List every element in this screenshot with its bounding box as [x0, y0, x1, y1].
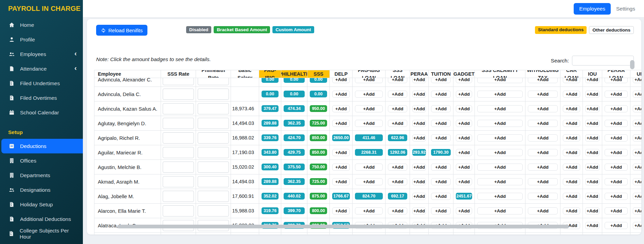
car_loan-add-button[interactable]: +Add — [563, 120, 580, 127]
philhealth-amount-badge[interactable]: 362.35 — [284, 120, 305, 127]
gadget-add-button[interactable]: +Add — [456, 178, 472, 185]
delp-add-button[interactable]: +Add — [332, 149, 350, 156]
philhealth-rate-input[interactable] — [198, 191, 229, 202]
vertical-scrollbar-thumb[interactable] — [630, 60, 634, 69]
sss_calamity_loan-add-button[interactable]: +Add — [477, 178, 523, 185]
tuition-add-button[interactable]: +Add — [431, 91, 451, 98]
peraa-add-button[interactable]: +Add — [412, 164, 426, 171]
tuition-add-button[interactable]: +Add — [431, 207, 451, 214]
philhealth-amount-badge[interactable]: 474.34 — [284, 105, 305, 112]
sss-amount-badge[interactable]: 850.00 — [310, 149, 327, 156]
philhealth-amount-badge[interactable]: 440.02 — [284, 193, 305, 200]
peraa_loan-add-button[interactable]: +Add — [605, 134, 628, 142]
un-add-button[interactable]: +Add — [633, 134, 641, 142]
sidebar-item-school-calendar[interactable]: School Calendar — [0, 105, 83, 120]
pag_ibig_loan-amount-badge[interactable]: 824.70 — [355, 193, 383, 200]
horizontal-scrollbar[interactable] — [94, 225, 638, 228]
un-add-button[interactable]: +Add — [633, 91, 641, 98]
tuition-add-button[interactable]: +Add — [431, 164, 451, 171]
pag_ibig-amount-badge[interactable]: 319.76 — [262, 207, 279, 214]
witholding_tax-add-button[interactable]: +Add — [528, 193, 558, 200]
delp-add-button[interactable]: +Add — [332, 91, 350, 98]
peraa_loan-add-button[interactable]: +Add — [605, 164, 628, 171]
un-add-button[interactable]: +Add — [633, 120, 641, 127]
gadget-amount-badge[interactable]: 2451.67 — [456, 193, 472, 200]
sss_calamity_loan-add-button[interactable]: +Add — [477, 105, 523, 112]
philhealth-rate-input[interactable] — [198, 78, 229, 85]
pag_ibig-amount-badge[interactable]: 0.00 — [262, 91, 279, 97]
sss_loan-add-button[interactable]: +Add — [388, 178, 407, 185]
sss_loan-add-button[interactable]: +Add — [388, 91, 407, 98]
gadget-add-button[interactable]: +Add — [456, 149, 472, 156]
settings-link[interactable]: Settings — [616, 6, 635, 12]
pag_ibig_loan-add-button[interactable]: +Add — [355, 207, 383, 214]
sss-rate-input[interactable] — [163, 176, 194, 187]
un-add-button[interactable]: +Add — [633, 164, 641, 171]
peraa-add-button[interactable]: +Add — [412, 178, 426, 185]
sss-rate-input[interactable] — [163, 78, 194, 85]
sss-rate-input[interactable] — [163, 205, 194, 217]
philhealth-amount-badge[interactable]: 0.00 — [284, 91, 305, 97]
sidebar-item-designations[interactable]: Designations — [0, 183, 83, 197]
sss-amount-badge[interactable]: 725.00 — [310, 178, 327, 185]
sss-rate-input[interactable] — [163, 118, 194, 129]
employees-button[interactable]: Employees — [574, 3, 611, 15]
delp-amount-badge[interactable]: 1766.67 — [332, 193, 350, 200]
car_loan-add-button[interactable]: +Add — [563, 134, 580, 142]
sss_loan-amount-badge[interactable]: 622.96 — [388, 134, 407, 141]
witholding_tax-add-button[interactable]: +Add — [528, 105, 558, 112]
sidebar-item-deductions[interactable]: Deductions — [1, 139, 83, 153]
pag_ibig-amount-badge[interactable]: 289.88 — [262, 120, 279, 127]
car_loan-add-button[interactable]: +Add — [563, 78, 580, 83]
iou-add-button[interactable]: +Add — [585, 134, 600, 142]
tuition-add-button[interactable]: +Add — [431, 134, 451, 142]
pag_ibig-amount-badge[interactable]: 339.76 — [262, 134, 279, 141]
sss-rate-input[interactable] — [163, 234, 194, 235]
witholding_tax-add-button[interactable]: +Add — [528, 178, 558, 185]
witholding_tax-add-button[interactable]: +Add — [528, 164, 558, 171]
sss-rate-input[interactable] — [163, 147, 194, 158]
peraa_loan-add-button[interactable]: +Add — [605, 120, 628, 127]
sss_calamity_loan-add-button[interactable]: +Add — [477, 207, 523, 214]
gadget-add-button[interactable]: +Add — [456, 134, 472, 142]
car_loan-add-button[interactable]: +Add — [563, 207, 580, 214]
sss_loan-amount-badge[interactable]: 692.17 — [388, 193, 407, 200]
peraa_loan-add-button[interactable]: +Add — [605, 207, 628, 214]
sidebar-item-profile[interactable]: Profile — [0, 32, 83, 47]
search-input[interactable] — [572, 56, 634, 65]
delp-add-button[interactable]: +Add — [332, 120, 350, 127]
sss-rate-input[interactable] — [163, 103, 194, 114]
peraa-add-button[interactable]: +Add — [412, 105, 426, 112]
sidebar-item-departments[interactable]: Departments — [0, 168, 83, 183]
philhealth-rate-input[interactable] — [198, 205, 229, 217]
gadget-add-button[interactable]: +Add — [456, 91, 472, 98]
sss-rate-input[interactable] — [163, 132, 194, 144]
sss-amount-badge[interactable]: 800.00 — [310, 207, 327, 214]
philhealth-amount-badge[interactable]: 399.70 — [284, 207, 305, 214]
delp-add-button[interactable]: +Add — [332, 164, 350, 171]
sss_loan-add-button[interactable]: +Add — [388, 164, 407, 171]
un-add-button[interactable]: +Add — [633, 193, 641, 200]
sss-amount-badge[interactable]: 750.00 — [310, 164, 327, 170]
car_loan-add-button[interactable]: +Add — [563, 91, 580, 98]
philhealth-rate-input[interactable] — [198, 118, 229, 129]
witholding_tax-add-button[interactable]: +Add — [528, 207, 558, 214]
sss_loan-add-button[interactable]: +Add — [388, 78, 407, 83]
pag_ibig_loan-amount-badge[interactable]: 411.46 — [355, 134, 383, 141]
badge-other-deductions[interactable]: Other deductions — [589, 26, 634, 34]
reload-benefits-button[interactable]: Reload Benifits — [96, 25, 147, 36]
peraa_loan-add-button[interactable]: +Add — [605, 91, 628, 98]
philhealth-rate-input[interactable] — [198, 132, 229, 144]
car_loan-add-button[interactable]: +Add — [563, 164, 580, 171]
sss_loan-add-button[interactable]: +Add — [388, 120, 407, 127]
sss_loan-add-button[interactable]: +Add — [388, 207, 407, 214]
sss-amount-badge[interactable]: 0.00 — [310, 78, 327, 83]
peraa_loan-add-button[interactable]: +Add — [605, 193, 628, 200]
pag_ibig_loan-add-button[interactable]: +Add — [355, 178, 383, 185]
tuition-add-button[interactable]: +Add — [431, 178, 451, 185]
un-add-button[interactable]: +Add — [633, 78, 641, 83]
philhealth-amount-badge[interactable]: 424.70 — [284, 134, 305, 141]
sss_calamity_loan-add-button[interactable]: +Add — [477, 78, 523, 83]
sidebar-item-filed-overtimes[interactable]: Filed Overtimes — [0, 91, 83, 105]
witholding_tax-add-button[interactable]: +Add — [528, 149, 558, 156]
